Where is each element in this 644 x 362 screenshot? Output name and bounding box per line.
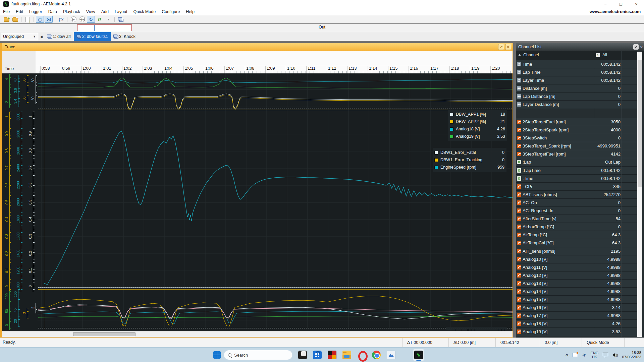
menu-data[interactable]: Data: [45, 8, 60, 15]
tab-3[interactable]: 3: Knock: [111, 32, 138, 41]
channel-list-header[interactable]: Channel 1 All: [516, 51, 644, 60]
taskbar-aemdata-active[interactable]: [413, 349, 424, 361]
taskbar-grid-icon[interactable]: [328, 351, 336, 359]
fx-zoom-icon[interactable]: ƒx: [57, 16, 65, 23]
channel-row[interactable]: AirTemp [°C]64.3: [516, 231, 637, 239]
rewind-icon[interactable]: ◀◀: [78, 16, 86, 23]
popout-icon[interactable]: ↗: [498, 44, 504, 50]
time-cursor[interactable]: [44, 73, 44, 330]
tab-2[interactable]: 2: dbw faults1: [74, 32, 111, 41]
channel-row[interactable]: 3StepTargetFuel [rpm]4142: [516, 150, 637, 158]
location-tray-icon[interactable]: ✈: [581, 352, 587, 358]
channel-row[interactable]: Lap Time00:58.142: [516, 68, 637, 76]
scrollbar-thumb[interactable]: [638, 60, 642, 187]
channel-row[interactable]: Analog18 [V]4.26: [516, 320, 637, 328]
channel-list-title-bar[interactable]: Channel List ×: [516, 43, 644, 51]
close-icon[interactable]: ×: [505, 44, 511, 50]
taskbar-widgets-icon[interactable]: [298, 351, 307, 359]
channel-row[interactable]: Analog13 [V]4.9988: [516, 280, 637, 288]
menu-add[interactable]: Add: [98, 8, 112, 15]
menu-layout[interactable]: Layout: [112, 8, 130, 15]
channel-row[interactable]: Analog17 [V]4.9988: [516, 312, 637, 320]
volume-icon[interactable]: ))): [612, 353, 618, 357]
axis-tick-label: 0.2: [5, 246, 9, 261]
close-icon[interactable]: ×: [640, 45, 643, 50]
search-input[interactable]: Search: [224, 350, 292, 360]
channel-row[interactable]: Analog11 [V]4.9988: [516, 263, 637, 272]
start-button[interactable]: [213, 351, 221, 359]
maximize-button[interactable]: □: [613, 0, 629, 8]
channel-row[interactable]: ABT_sens [ohms]2547270: [516, 191, 637, 199]
tab-scroll-left[interactable]: ◀: [38, 35, 44, 39]
channel-row[interactable]: Analog12 [V]4.9988: [516, 272, 637, 280]
menu-playback[interactable]: Playback: [60, 8, 83, 15]
sync-cursor-icon[interactable]: ⋈: [45, 16, 53, 23]
channel-row[interactable]: Layer Time00:58.142: [516, 76, 637, 84]
channel-row[interactable]: :Time00:58.142: [516, 175, 637, 183]
tray-expand-icon[interactable]: ^: [566, 353, 568, 358]
channel-list-scrollbar[interactable]: [637, 52, 642, 337]
network-icon[interactable]: [603, 353, 608, 356]
channel-row[interactable]: Distance [m]0: [516, 84, 637, 93]
export-icon[interactable]: [23, 16, 32, 23]
channel-row[interactable]: :LapTime00:58.142: [516, 167, 637, 175]
channel-row[interactable]: AC_On0: [516, 199, 637, 207]
menu-edit[interactable]: Edit: [13, 8, 26, 15]
scrollbar-thumb[interactable]: [73, 332, 136, 336]
taskbar-folder-icon[interactable]: [342, 351, 351, 359]
channel-row[interactable]: _CPr345: [516, 183, 637, 191]
menu-logger[interactable]: Logger: [26, 8, 45, 15]
channel-row[interactable]: 3StepSwitch0: [516, 134, 637, 142]
playback-range-box[interactable]: [77, 24, 132, 31]
channel-row[interactable]: 3StepTarget_Spark [rpm]4999.99951: [516, 142, 637, 150]
channel-row[interactable]: Analog10 [V]4.9988: [516, 255, 637, 263]
trace-plot-area[interactable]: 424.43.93.48030803010.90.80.70.60.50.40.…: [2, 73, 513, 330]
fit-width-caret[interactable]: ▾: [104, 16, 112, 23]
channel-row[interactable]: Analog15 [V]4.9988: [516, 296, 637, 304]
clock-icon[interactable]: ◷: [36, 16, 44, 23]
channel-row[interactable]: Analog19 [V]3.53: [516, 328, 637, 336]
taskbar-bluestacks-icon[interactable]: [401, 351, 410, 359]
menu-quick-mode[interactable]: Quick Mode: [130, 8, 159, 15]
channel-row[interactable]: Layer Distance [m]0: [516, 101, 637, 109]
menu-view[interactable]: View: [83, 8, 98, 15]
channel-row[interactable]: Lap Distance [m]0: [516, 93, 637, 101]
channel-row[interactable]: Analog16 [V]3.14: [516, 304, 637, 312]
channel-row[interactable]: AirboxTemp [°C]0: [516, 223, 637, 231]
trace-h-scrollbar[interactable]: [2, 331, 513, 337]
channel-row[interactable]: :LapOut Lap: [516, 158, 637, 166]
channel-row[interactable]: Analog14 [V]4.9988: [516, 288, 637, 296]
menu-configure[interactable]: Configure: [159, 8, 183, 15]
channel-value: 2547270: [603, 191, 621, 198]
play-icon[interactable]: ▶: [69, 16, 77, 23]
channel-row[interactable]: 2StepTargetFuel [rpm]3050: [516, 118, 637, 126]
language-indicator[interactable]: ENG UK: [591, 351, 599, 359]
group-selector[interactable]: Ungrouped ▼: [1, 33, 38, 40]
taskbar-opera-icon[interactable]: [357, 351, 366, 359]
taskbar-photos-icon[interactable]: [387, 351, 395, 359]
close-button[interactable]: ×: [629, 0, 644, 8]
loop-icon[interactable]: ↻: [87, 16, 95, 23]
minimize-button[interactable]: −: [598, 0, 613, 8]
close-log-icon[interactable]: −: [11, 16, 19, 23]
taskbar-chrome-icon[interactable]: [372, 351, 381, 359]
menu-file[interactable]: File: [0, 8, 13, 15]
channel-row[interactable]: AirTempCal [°C]64.3: [516, 239, 637, 247]
tab-1[interactable]: 1: dbw afr: [44, 32, 74, 41]
open-log-icon[interactable]: +: [2, 16, 10, 23]
window-layout-icon[interactable]: [117, 16, 125, 23]
taskbar-store-icon[interactable]: [313, 351, 322, 359]
channel-row[interactable]: AIT_sens [ohms]2195: [516, 247, 637, 255]
channel-row[interactable]: 2StepTargetSpark [rpm]4000: [516, 126, 637, 134]
aem-website-link[interactable]: www.aemelectronics.com: [590, 8, 641, 15]
trace-window: Trace ↗ × Time 0:580:591:001:011:021:031…: [0, 43, 513, 338]
menu-help[interactable]: Help: [183, 8, 198, 15]
clock[interactable]: 18:38 07/06/2023: [622, 351, 641, 359]
settings-wrench-icon[interactable]: [633, 44, 639, 50]
mail-tray-icon[interactable]: [573, 353, 578, 357]
fit-width-icon[interactable]: ⇄: [96, 16, 104, 23]
channel-row[interactable]: AfterStartTime [s]54: [516, 215, 637, 223]
channel-row[interactable]: Time00:58.142: [516, 60, 637, 68]
trace-title-bar[interactable]: Trace ↗ ×: [2, 43, 513, 51]
channel-row[interactable]: AC_Request_In0: [516, 207, 637, 215]
